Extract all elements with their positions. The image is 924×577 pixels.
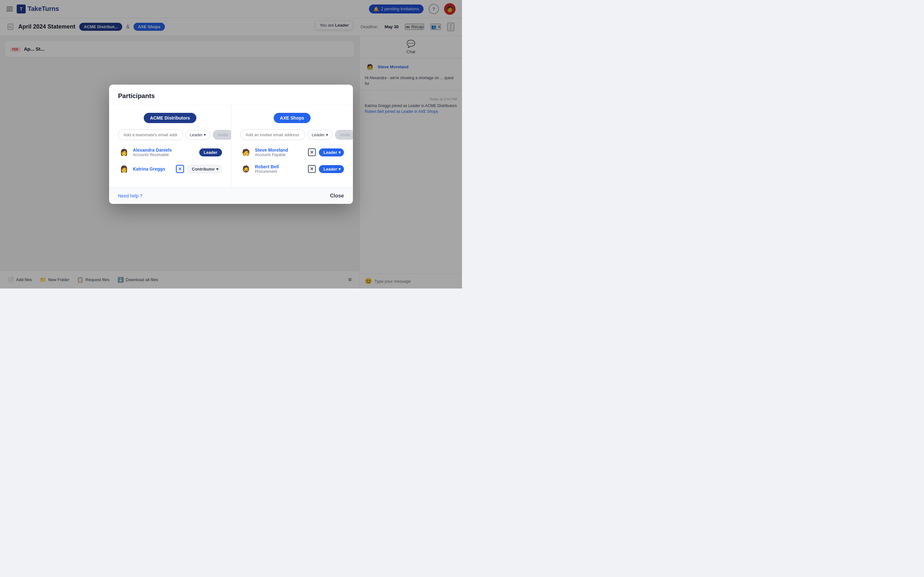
participant-row: 👩 Katrina Greggs ✕ Contributor ▾ (118, 163, 222, 175)
alexandra-info: Alexandra Daniels Accounts Receivable (133, 147, 196, 157)
katrina-remove-button[interactable]: ✕ (176, 165, 184, 173)
axe-badge: AXE Shops (274, 113, 310, 123)
acme-column: ACME Distributors Leader ▾ Invite 👩 Alex… (109, 105, 231, 187)
acme-role-select[interactable]: Leader ▾ (186, 130, 210, 140)
robert-remove-button[interactable]: ✕ (308, 165, 316, 173)
participant-row: 🧔 Robert Bell Procurement ✕ Leader ▾ (240, 163, 344, 175)
steve-remove-button[interactable]: ✕ (308, 148, 316, 156)
steve-role-text: Accounts Payable (255, 153, 305, 157)
acme-col-header: ACME Distributors (118, 113, 222, 123)
katrina-avatar: 👩 (118, 163, 129, 175)
acme-role-label: Leader (190, 132, 202, 137)
modal-footer: Need help ? Close (109, 187, 353, 204)
acme-email-input[interactable] (118, 129, 183, 140)
axe-column: AXE Shops Leader ▾ Invite 🧑 Steve Morela… (231, 105, 353, 187)
acme-role-chevron-icon: ▾ (204, 132, 206, 137)
axe-invite-button[interactable]: Invite (335, 130, 353, 140)
robert-info: Robert Bell Procurement (255, 164, 305, 174)
contributor-label: Contributor (192, 167, 215, 171)
participants-modal: Participants ACME Distributors Leader ▾ … (109, 85, 353, 204)
modal-body: ACME Distributors Leader ▾ Invite 👩 Alex… (109, 105, 353, 187)
axe-role-label: Leader (312, 132, 325, 137)
acme-invite-button[interactable]: Invite (213, 130, 231, 140)
axe-invite-row: Leader ▾ Invite (240, 129, 344, 140)
katrina-name: Katrina Greggs (133, 166, 173, 171)
robert-name: Robert Bell (255, 164, 305, 169)
robert-role-text: Procurement (255, 169, 305, 174)
axe-col-header: AXE Shops (240, 113, 344, 123)
steve-role-badge[interactable]: Leader ▾ (319, 148, 344, 156)
katrina-info: Katrina Greggs (133, 166, 173, 171)
participant-row: 👩 Alexandra Daniels Accounts Receivable … (118, 147, 222, 158)
robert-leader-label: Leader (323, 167, 337, 171)
axe-role-select[interactable]: Leader ▾ (308, 130, 333, 140)
steve-avatar: 🧑 (240, 147, 252, 158)
contributor-chevron-icon: ▾ (216, 167, 218, 171)
alexandra-name: Alexandra Daniels (133, 147, 196, 153)
modal-overlay[interactable]: Participants ACME Distributors Leader ▾ … (0, 0, 462, 288)
axe-role-chevron-icon: ▾ (326, 132, 328, 137)
katrina-role-badge[interactable]: Contributor ▾ (187, 165, 222, 173)
acme-invite-row: Leader ▾ Invite (118, 129, 222, 140)
steve-leader-label: Leader (323, 150, 337, 155)
robert-role-badge[interactable]: Leader ▾ (319, 165, 344, 173)
steve-info: Steve Moreland Accounts Payable (255, 147, 305, 157)
participant-row: 🧑 Steve Moreland Accounts Payable ✕ Lead… (240, 147, 344, 158)
close-button[interactable]: Close (330, 193, 344, 199)
need-help-link[interactable]: Need help ? (118, 193, 142, 198)
alexandra-role-text: Accounts Receivable (133, 153, 196, 157)
robert-avatar: 🧔 (240, 163, 252, 175)
axe-email-input[interactable] (240, 129, 305, 140)
modal-title: Participants (118, 92, 344, 100)
acme-badge: ACME Distributors (144, 113, 196, 123)
modal-header: Participants (109, 85, 353, 105)
alexandra-role-badge: Leader (199, 148, 222, 156)
alexandra-avatar: 👩 (118, 147, 129, 158)
steve-chevron-icon: ▾ (338, 150, 341, 155)
steve-name: Steve Moreland (255, 147, 305, 153)
robert-chevron-icon: ▾ (338, 167, 341, 171)
